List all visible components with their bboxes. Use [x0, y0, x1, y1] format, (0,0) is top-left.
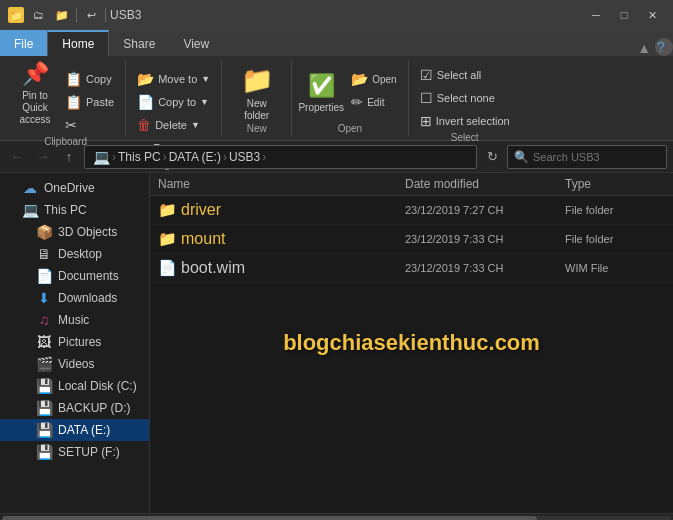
disk-f-icon: 💾 [36, 444, 52, 460]
sidebar-item-music[interactable]: ♫ Music [0, 309, 149, 331]
window-controls: ─ □ ✕ [583, 5, 665, 25]
sidebar-item-e[interactable]: 💾 DATA (E:) [0, 419, 149, 441]
maximize-btn[interactable]: □ [611, 5, 637, 25]
copy-btn[interactable]: 📋 Copy [60, 68, 119, 90]
sidebar-label-e: DATA (E:) [58, 423, 110, 437]
sidebar-label-d: BACKUP (D:) [58, 401, 130, 415]
new-items: 📁 Newfolder [231, 60, 283, 123]
open-sub-col: 📂 Open ✏ Edit [346, 64, 401, 113]
sidebar-item-pictures[interactable]: 🖼 Pictures [0, 331, 149, 353]
edit-btn[interactable]: ✏ Edit [346, 91, 401, 113]
sidebar-item-documents[interactable]: 📄 Documents [0, 265, 149, 287]
sidebar: ☁ OneDrive 💻 This PC 📦 3D Objects 🖥 Desk… [0, 173, 150, 513]
new-folder-label: Newfolder [244, 98, 269, 122]
select-none-btn[interactable]: ☐ Select none [415, 87, 515, 109]
move-to-btn[interactable]: 📂 Move to ▼ [132, 68, 215, 90]
cut-btn[interactable]: ✂ [60, 114, 119, 136]
hscrollbar[interactable] [0, 513, 673, 520]
select-all-icon: ☑ [420, 67, 433, 83]
ribbon-collapse-btn[interactable]: ▲ [637, 40, 655, 56]
refresh-btn[interactable]: ↻ [481, 146, 503, 168]
pin-label: Pin to Quick access [15, 90, 55, 126]
sidebar-item-3d[interactable]: 📦 3D Objects [0, 221, 149, 243]
table-row[interactable]: 📁 mount 23/12/2019 7:33 CH File folder [150, 225, 673, 254]
tab-home[interactable]: Home [47, 30, 109, 56]
sidebar-item-downloads[interactable]: ⬇ Downloads [0, 287, 149, 309]
close-btn[interactable]: ✕ [639, 5, 665, 25]
paste-icon: 📋 [65, 94, 82, 110]
sidebar-item-desktop[interactable]: 🖥 Desktop [0, 243, 149, 265]
music-icon: ♫ [36, 312, 52, 328]
back-btn[interactable]: ← [6, 146, 28, 168]
paste-btn[interactable]: 📋 Paste [60, 91, 119, 113]
folder-icon-mount: 📁 mount [158, 230, 399, 248]
copy-to-icon: 📄 [137, 94, 154, 110]
qa-new-folder-btn[interactable]: 📁 [52, 6, 72, 24]
new-folder-btn[interactable]: 📁 Newfolder [231, 64, 283, 122]
sidebar-label-pictures: Pictures [58, 335, 101, 349]
minimize-btn[interactable]: ─ [583, 5, 609, 25]
3d-icon: 📦 [36, 224, 52, 240]
copy-to-btn[interactable]: 📄 Copy to ▼ [132, 91, 215, 113]
forward-btn[interactable]: → [32, 146, 54, 168]
sidebar-item-videos[interactable]: 🎬 Videos [0, 353, 149, 375]
col-header-modified: Date modified [405, 177, 565, 191]
sidebar-label-c: Local Disk (C:) [58, 379, 137, 393]
breadcrumb-usb3: USB3 [229, 150, 260, 164]
desktop-icon: 🖥 [36, 246, 52, 262]
file-type-mount: File folder [565, 233, 665, 245]
breadcrumb-data: DATA (E:) [169, 150, 221, 164]
file-name-bootwim: boot.wim [181, 259, 245, 277]
sidebar-item-thispc[interactable]: 💻 This PC [0, 199, 149, 221]
select-group: ☑ Select all ☐ Select none ⊞ Invert sele… [409, 60, 521, 136]
invert-icon: ⊞ [420, 113, 432, 129]
table-row[interactable]: 📄 boot.wim 23/12/2019 7:33 CH WIM File [150, 254, 673, 283]
properties-icon: ✅ [308, 73, 335, 99]
select-all-btn[interactable]: ☑ Select all [415, 64, 515, 86]
downloads-icon: ⬇ [36, 290, 52, 306]
ribbon-tabs: File Home Share View ▲ ? [0, 30, 673, 56]
sidebar-item-onedrive[interactable]: ☁ OneDrive [0, 177, 149, 199]
tab-view[interactable]: View [169, 30, 223, 56]
sidebar-item-d[interactable]: 💾 BACKUP (D:) [0, 397, 149, 419]
open-group: ✅ Properties 📂 Open ✏ Edit Open [292, 60, 408, 136]
up-btn[interactable]: ↑ [58, 146, 80, 168]
sidebar-label-onedrive: OneDrive [44, 181, 95, 195]
search-input[interactable] [533, 151, 671, 163]
documents-icon: 📄 [36, 268, 52, 284]
qa-undo-btn[interactable]: ↩ [81, 6, 101, 24]
help-btn[interactable]: ? [655, 38, 673, 56]
file-modified-bootwim: 23/12/2019 7:33 CH [405, 262, 565, 274]
properties-btn[interactable]: ✅ Properties [298, 64, 344, 122]
sidebar-item-c[interactable]: 💾 Local Disk (C:) [0, 375, 149, 397]
new-group: 📁 Newfolder New [222, 60, 292, 136]
breadcrumb[interactable]: 💻 › This PC › DATA (E:) › USB3 › [84, 145, 477, 169]
folder-icon-driver: 📁 driver [158, 201, 399, 219]
app-icon: 📁 [8, 7, 24, 23]
open-label: Open [338, 123, 362, 136]
open-btn[interactable]: 📂 Open [346, 68, 401, 90]
delete-btn[interactable]: 🗑 Delete ▼ [132, 114, 215, 136]
qa-properties-btn[interactable]: 🗂 [28, 6, 48, 24]
title-bar: 📁 🗂 📁 ↩ USB3 ─ □ ✕ [0, 0, 673, 30]
sidebar-label-3d: 3D Objects [58, 225, 117, 239]
col-header-name: Name [158, 177, 405, 191]
invert-selection-btn[interactable]: ⊞ Invert selection [415, 110, 515, 132]
copy-paste-col: 📋 Copy 📋 Paste ✂ [60, 64, 119, 136]
file-list-header: Name Date modified Type [150, 173, 673, 196]
disk-c-icon: 💾 [36, 378, 52, 394]
pin-icon: 📌 [22, 61, 49, 87]
sidebar-item-f[interactable]: 💾 SETUP (F:) [0, 441, 149, 463]
pin-quick-access-btn[interactable]: 📌 Pin to Quick access [12, 64, 58, 122]
tab-share[interactable]: Share [109, 30, 169, 56]
table-row[interactable]: 📁 driver 23/12/2019 7:27 CH File folder [150, 196, 673, 225]
tab-file[interactable]: File [0, 30, 47, 56]
videos-icon: 🎬 [36, 356, 52, 372]
sidebar-label-thispc: This PC [44, 203, 87, 217]
sidebar-label-music: Music [58, 313, 89, 327]
file-type-driver: File folder [565, 204, 665, 216]
new-folder-icon: 📁 [241, 65, 273, 96]
edit-icon: ✏ [351, 94, 363, 110]
select-label: Select [451, 132, 479, 145]
title-bar-left: 📁 🗂 📁 ↩ USB3 [8, 6, 141, 24]
